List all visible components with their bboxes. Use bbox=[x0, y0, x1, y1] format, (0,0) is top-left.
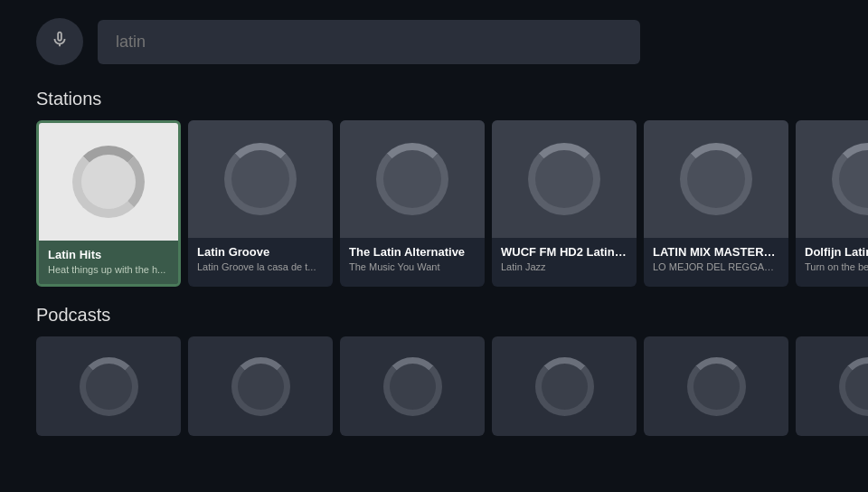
loading-circle bbox=[832, 143, 868, 215]
stations-row: Latin Hits Heat things up with the h... … bbox=[0, 120, 868, 287]
card-name: WUCF FM HD2 Latin J... bbox=[501, 245, 627, 259]
card-name: The Latin Alternative bbox=[349, 245, 476, 259]
station-card[interactable]: Latin Hits Heat things up with the h... bbox=[36, 120, 181, 287]
card-info: Latin Groove Latin Groove la casa de t..… bbox=[188, 238, 333, 281]
card-image bbox=[796, 120, 868, 238]
card-info: LATIN MIX MASTERS ... LO MEJOR DEL REGGA… bbox=[644, 238, 788, 281]
podcast-loading-circle bbox=[535, 357, 594, 416]
podcast-loading-circle bbox=[80, 357, 138, 416]
station-card[interactable]: Latin Groove Latin Groove la casa de t..… bbox=[188, 120, 333, 287]
podcast-card[interactable] bbox=[796, 336, 868, 436]
loading-circle bbox=[376, 143, 448, 215]
card-info: Dolfijn Latin Turn on the beach bbox=[796, 238, 868, 281]
card-description: Turn on the beach bbox=[805, 261, 868, 272]
podcast-loading-circle bbox=[687, 357, 746, 416]
app-container: latin Stations Latin Hits Heat things up… bbox=[0, 0, 868, 436]
station-card[interactable]: The Latin Alternative The Music You Want bbox=[340, 120, 485, 287]
card-image bbox=[188, 120, 333, 238]
card-name: LATIN MIX MASTERS ... bbox=[653, 245, 779, 259]
card-info: Latin Hits Heat things up with the h... bbox=[39, 241, 178, 284]
podcast-loading-circle bbox=[383, 357, 442, 416]
station-card[interactable]: LATIN MIX MASTERS ... LO MEJOR DEL REGGA… bbox=[644, 120, 788, 287]
mic-button[interactable] bbox=[36, 18, 83, 65]
search-input[interactable]: latin bbox=[98, 20, 640, 64]
stations-section-title: Stations bbox=[36, 89, 832, 109]
card-description: Latin Groove la casa de t... bbox=[197, 261, 324, 272]
card-image bbox=[644, 120, 788, 238]
card-description: LO MEJOR DEL REGGAET... bbox=[653, 261, 779, 272]
card-image bbox=[492, 120, 637, 238]
card-name: Latin Hits bbox=[48, 248, 169, 261]
card-name: Dolfijn Latin bbox=[805, 245, 868, 259]
podcast-card[interactable] bbox=[340, 336, 485, 436]
loading-circle bbox=[528, 143, 600, 215]
card-info: WUCF FM HD2 Latin J... Latin Jazz bbox=[492, 238, 637, 281]
station-card[interactable]: Dolfijn Latin Turn on the beach bbox=[796, 120, 868, 287]
loading-circle bbox=[680, 143, 752, 215]
podcast-card[interactable] bbox=[644, 336, 788, 436]
podcasts-section-title: Podcasts bbox=[36, 305, 832, 326]
card-info: The Latin Alternative The Music You Want bbox=[340, 238, 485, 281]
card-image bbox=[39, 123, 178, 241]
podcast-loading-circle bbox=[231, 357, 290, 416]
podcast-card[interactable] bbox=[36, 336, 181, 436]
card-description: The Music You Want bbox=[349, 261, 476, 272]
header: latin bbox=[0, 0, 868, 74]
loading-circle bbox=[72, 146, 145, 218]
card-name: Latin Groove bbox=[197, 245, 324, 259]
podcast-card[interactable] bbox=[492, 336, 637, 436]
podcast-loading-circle bbox=[839, 357, 869, 416]
card-description: Heat things up with the h... bbox=[48, 264, 169, 275]
mic-icon bbox=[50, 29, 70, 54]
podcast-card[interactable] bbox=[188, 336, 333, 436]
podcasts-section: Podcasts bbox=[0, 305, 868, 436]
card-image bbox=[340, 120, 485, 238]
station-card[interactable]: WUCF FM HD2 Latin J... Latin Jazz bbox=[492, 120, 637, 287]
podcasts-row bbox=[0, 336, 868, 436]
loading-circle bbox=[224, 143, 297, 215]
card-description: Latin Jazz bbox=[501, 261, 627, 272]
